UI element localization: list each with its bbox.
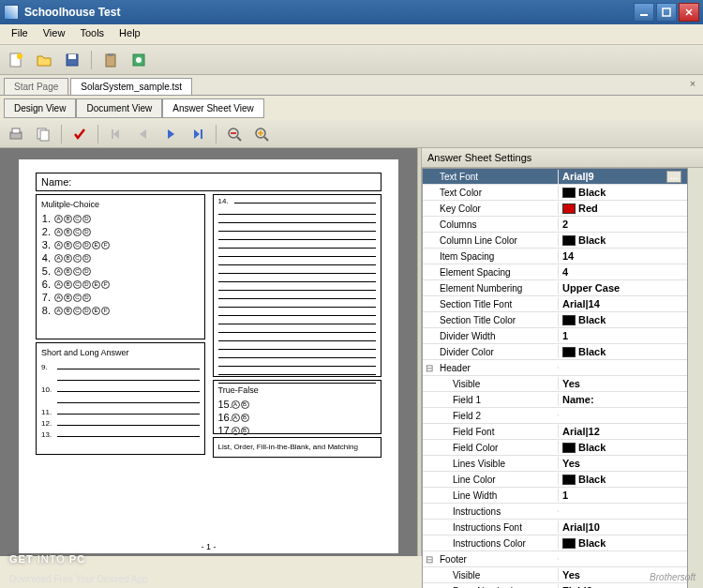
property-row[interactable]: Column Line ColorBlack [423,233,687,249]
property-value[interactable]: 14 [558,249,687,263]
property-row[interactable]: Instructions ColorBlack [423,535,687,551]
svg-rect-7 [68,54,76,59]
property-value[interactable]: Black [558,536,687,550]
property-row[interactable]: Text ColorBlack [423,185,687,201]
section-multiple-choice: Mulitple-Choice [41,198,200,211]
property-value[interactable]: 4 [558,265,687,279]
expand-icon[interactable]: ⊟ [423,363,436,373]
property-value[interactable]: Black [558,186,687,199]
property-row[interactable]: Field FontArial|12 [423,424,687,440]
check-button[interactable] [67,122,92,146]
minimize-button[interactable] [634,3,654,22]
save-button[interactable] [60,48,84,72]
close-button[interactable] [679,3,699,22]
property-value[interactable] [558,415,687,416]
property-row[interactable]: Field 1Name: [423,392,687,408]
property-row[interactable]: Element Spacing4 [423,264,687,280]
menu-file[interactable]: File [4,24,36,44]
maximize-button[interactable] [656,3,677,22]
copy-button[interactable] [31,122,55,146]
property-value[interactable]: Red [558,202,687,215]
property-value[interactable]: Yes [558,568,687,581]
property-row[interactable]: VisibleYes [423,567,687,583]
property-value[interactable]: Black [558,441,687,454]
print-button[interactable] [4,122,28,146]
property-value[interactable]: Name: [558,393,687,406]
property-row[interactable]: Section Title FontArial|14 [423,296,687,312]
tab-start-page[interactable]: Start Page [4,78,68,95]
property-value[interactable]: Black [558,234,687,247]
property-value[interactable]: Yes [558,457,687,470]
menu-help[interactable]: Help [112,24,148,44]
property-value[interactable] [558,367,687,369]
paste-button[interactable] [98,48,123,72]
property-label: Text Color [436,187,558,199]
property-row[interactable]: VisibleYes [423,376,687,392]
property-value[interactable]: Yes [558,377,687,390]
property-row[interactable]: Text FontArial|9… [423,169,687,185]
tab-document-view[interactable]: Document View [76,98,162,118]
property-row[interactable]: Page NumberingField2 [423,583,687,588]
main-toolbar [0,45,703,75]
tab-design-view[interactable]: Design View [4,98,76,118]
new-button[interactable] [4,48,28,72]
property-value[interactable]: Arial|10 [558,520,687,534]
property-grid[interactable]: Text FontArial|9…Text ColorBlackKey Colo… [422,168,688,588]
property-value[interactable]: 1 [558,329,687,342]
property-value[interactable]: 1 [558,489,687,502]
property-row[interactable]: Section Title ColorBlack [423,312,687,328]
property-value[interactable] [558,558,687,560]
property-row[interactable]: Instructions FontArial|10 [423,520,687,535]
tab-answer-sheet-view[interactable]: Answer Sheet View [162,98,264,118]
property-row[interactable]: Divider ColorBlack [423,344,687,360]
tab-document[interactable]: SolarSystem_sample.tst [70,78,192,95]
property-row[interactable]: Line ColorBlack [423,472,687,488]
property-row[interactable]: Lines VisibleYes [423,456,687,472]
settings-pane: Answer Sheet Settings Text FontArial|9…T… [422,148,703,556]
property-value[interactable] [558,510,687,512]
color-swatch [562,443,576,453]
options-button[interactable] [127,48,151,72]
property-value[interactable]: Black [558,313,687,326]
main-area: Name: Mulitple-Choice 1.ABCD2.ABCD3.ABCD… [0,148,703,556]
property-label: Visible [436,569,558,581]
scrollbar[interactable] [688,168,703,588]
property-label: Instructions [436,505,558,518]
property-row[interactable]: Instructions [423,504,687,520]
expand-icon[interactable]: ⊟ [423,554,436,565]
first-page-button[interactable] [104,122,128,146]
property-row[interactable]: Divider Width1 [423,328,687,344]
tab-close-button[interactable]: × [686,78,699,91]
property-value[interactable]: Arial|14 [558,297,687,310]
property-value[interactable]: Black [558,345,687,358]
property-row[interactable]: Field ColorBlack [423,440,687,456]
property-row[interactable]: Columns2 [423,217,687,233]
property-label: Lines Visible [436,458,558,470]
zoom-out-button[interactable] [222,122,247,146]
next-page-button[interactable] [158,122,183,146]
ellipsis-button[interactable]: … [666,171,681,183]
property-value[interactable]: 2 [558,218,687,231]
property-row[interactable]: Item Spacing14 [423,249,687,264]
prev-page-button[interactable] [131,122,156,146]
property-value[interactable]: Arial|9… [558,170,687,184]
property-row[interactable]: Element NumberingUpper Case [423,280,687,296]
property-row[interactable]: ⊟Header [423,360,687,376]
property-label: Line Width [436,490,558,502]
property-label: Header [436,362,558,374]
property-value[interactable]: Arial|12 [558,425,687,438]
property-row[interactable]: Line Width1 [423,488,687,504]
open-button[interactable] [32,48,56,72]
property-label: Section Title Font [436,298,558,310]
property-value[interactable]: Field2 [558,584,687,588]
property-value[interactable]: Black [558,473,687,486]
property-row[interactable]: Field 2 [423,408,687,424]
property-row[interactable]: ⊟Footer [423,551,687,567]
property-label: Page Numbering [436,585,558,589]
property-row[interactable]: Key ColorRed [423,201,687,217]
zoom-in-button[interactable] [249,122,274,146]
menu-view[interactable]: View [36,24,73,44]
property-value[interactable]: Upper Case [558,281,687,294]
last-page-button[interactable] [186,122,210,146]
menu-tools[interactable]: Tools [72,24,112,44]
